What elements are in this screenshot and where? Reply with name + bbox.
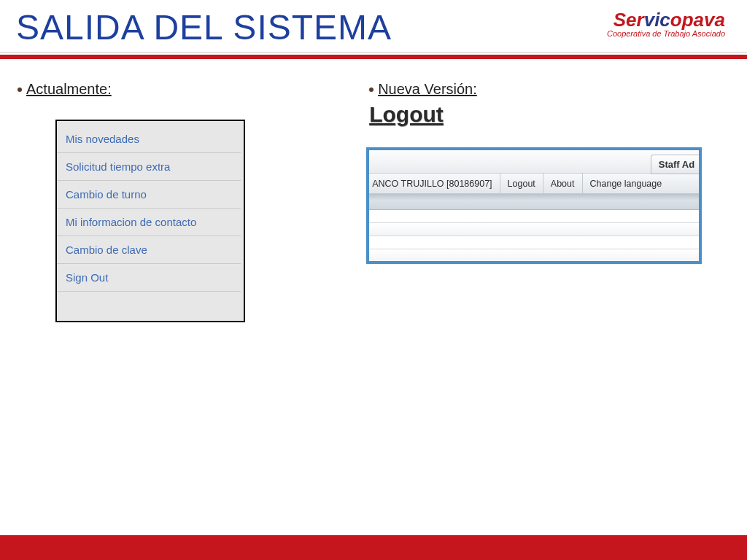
- bullet-icon: [18, 88, 22, 92]
- content-row: [369, 223, 699, 236]
- right-section-label: Nueva Versión:: [369, 81, 732, 98]
- old-menu-item-mis-novedades[interactable]: Mis novedades: [57, 125, 241, 153]
- old-menu-item-info-contacto[interactable]: Mi informacion de contacto: [57, 209, 241, 236]
- bullet-icon: [369, 88, 374, 92]
- slide-title: SALIDA DEL SISTEMA: [16, 7, 392, 47]
- toolbar-band: [369, 194, 699, 210]
- logout-heading: Logout: [369, 102, 732, 127]
- content-rows: [369, 210, 699, 262]
- old-menu-item-sign-out[interactable]: Sign Out: [57, 264, 241, 292]
- divider-thin: [0, 52, 747, 52]
- menu-logout[interactable]: Logout: [500, 174, 543, 194]
- staff-admin-tab[interactable]: Staff Ad: [651, 155, 699, 174]
- content-row: [369, 210, 699, 223]
- content-row: [369, 236, 699, 249]
- left-section-label: Actualmente:: [18, 81, 366, 98]
- old-menu-item-cambio-clave[interactable]: Cambio de clave: [57, 236, 241, 264]
- divider-thick: [0, 55, 747, 59]
- right-section-text: Nueva Versión:: [378, 81, 477, 98]
- old-menu-panel: Mis novedades Solicitud tiempo extra Cam…: [55, 120, 245, 322]
- new-version-panel: Staff Ad ANCO TRUJILLO [80186907] Logout…: [366, 147, 702, 264]
- user-info: ANCO TRUJILLO [80186907]: [371, 174, 500, 194]
- left-section-text: Actualmente:: [26, 81, 112, 98]
- menu-about[interactable]: About: [543, 174, 583, 194]
- footer-bar: [0, 535, 747, 560]
- brand-logo: Servicopava Cooperativa de Trabajo Asoci…: [607, 7, 725, 38]
- menu-change-language[interactable]: Change language: [583, 174, 667, 194]
- content-row: [369, 249, 699, 262]
- top-menubar: ANCO TRUJILLO [80186907] Logout About Ch…: [369, 174, 699, 194]
- old-menu-item-solicitud-extra[interactable]: Solicitud tiempo extra: [57, 153, 241, 181]
- old-menu-item-cambio-turno[interactable]: Cambio de turno: [57, 181, 241, 209]
